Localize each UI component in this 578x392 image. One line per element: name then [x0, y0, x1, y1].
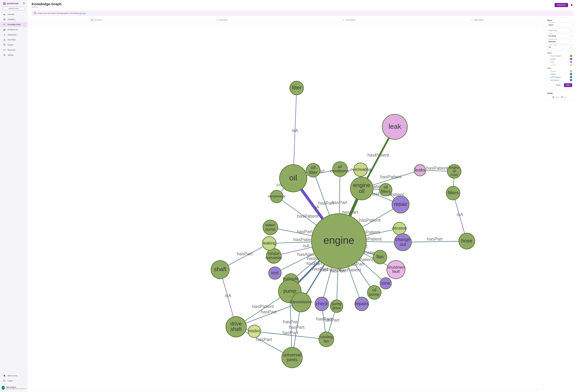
aggregate-select[interactable] — [547, 40, 572, 43]
graph-edge-label: hasPart — [261, 309, 277, 314]
annotate-button[interactable]: ANNOTATE — [555, 3, 568, 7]
graph-type-select[interactable] — [547, 28, 572, 32]
tree-item-state[interactable]: ›State✓ — [547, 60, 572, 63]
graph-node-misfire[interactable]: misfire — [248, 325, 261, 338]
graph-node-leaks[interactable]: leaks — [414, 165, 426, 176]
graph-node-leaking[interactable]: leaking — [262, 237, 276, 250]
graph-edge-label: hasPatient — [297, 213, 319, 219]
quality-select[interactable] — [547, 34, 572, 38]
graph-type-group[interactable]: ▼ — [547, 28, 572, 32]
graph-node-torque[interactable]: torqueconverter — [265, 248, 282, 263]
tree-item-hasparticipant[interactable]: ›hasParticipant✓ — [547, 76, 572, 79]
graph-node-shaft[interactable]: shaft — [211, 260, 229, 279]
svg-point-30 — [373, 250, 387, 264]
tree-item-contains[interactable]: contains✓ — [547, 70, 572, 73]
svg-point-37 — [330, 300, 343, 313]
info-link[interactable]: click here. — [79, 12, 86, 14]
graph-node-oil_filter[interactable]: oilfilter — [306, 163, 320, 177]
svg-point-50 — [291, 293, 311, 312]
graph-node-fan[interactable]: fan — [373, 250, 387, 264]
orphans-group[interactable]: Include Orphans ▼ — [547, 45, 572, 51]
tree-item-physicalobject[interactable]: ›PhysicalObject✓ — [547, 54, 572, 57]
links-count: 45 — [561, 96, 563, 98]
sidebar-item-knowledge-graph[interactable]: Knowledge Graph — [0, 22, 27, 27]
graph-node-leak[interactable]: leak — [382, 114, 407, 139]
sidebar-header: QuickGraph — [0, 0, 27, 6]
username: tyler-research — [6, 386, 26, 388]
tree-item-hasproperty[interactable]: hasProperty✓ — [547, 79, 572, 82]
graph-node-repair[interactable]: repair — [392, 196, 409, 213]
collapse-sidebar-icon[interactable] — [23, 2, 25, 4]
apply-button[interactable]: APPLY — [564, 83, 572, 87]
aggregate-group[interactable]: Aggregate Graph ▼ — [547, 39, 572, 44]
checkbox-checked-icon[interactable]: ✓ — [570, 55, 572, 57]
svg-point-48 — [282, 347, 302, 368]
orphans-select[interactable] — [547, 45, 572, 49]
graph-node-engine[interactable]: engine — [311, 214, 366, 268]
graph-node-oil_filters[interactable]: oilfilters — [379, 183, 392, 196]
notifications-button[interactable] — [570, 3, 574, 7]
graph-node-filter[interactable]: filter — [290, 81, 304, 95]
sidebar-item-settings[interactable]: Settings — [0, 52, 27, 58]
sidebar-item-downloads[interactable]: Downloads — [0, 37, 27, 42]
sidebar-item-resources[interactable]: Resources — [0, 48, 27, 52]
graph-node-universal[interactable]: universaljoints — [282, 347, 302, 368]
graph-node-test[interactable]: test — [269, 267, 281, 279]
checkbox-checked-icon[interactable]: ✓ — [570, 64, 572, 66]
graph-node-engine_oil[interactable]: engineoil — [350, 177, 373, 200]
tree-item-process[interactable]: ›Process✓ — [547, 63, 572, 66]
sidebar-item-return-home[interactable]: Return Home — [0, 373, 27, 378]
tree-item-haspart[interactable]: hasPart✓ — [547, 73, 572, 76]
graph-node-eoh[interactable]: engineoilhose — [447, 165, 461, 178]
graph-canvas[interactable]: isAhasParthasPatientisAisAhasParthasPati… — [32, 24, 543, 390]
graph-node-shutdown[interactable]: shutdownfault — [387, 260, 405, 279]
dashed-line-icon — [470, 20, 473, 20]
graph-node-tune[interactable]: tune — [380, 278, 391, 289]
graph-node-overheating[interactable]: overheating — [350, 163, 371, 177]
nav-bottom: Return HomeLogout — [0, 373, 27, 383]
graph-node-oil[interactable]: oil — [280, 165, 307, 192]
sidebar-item-label: Overview — [8, 13, 14, 15]
sidebar-item-overview[interactable]: Overview — [0, 12, 27, 17]
graph-node-change_out[interactable]: changeout — [394, 234, 411, 251]
checkbox-checked-icon[interactable]: ✓ — [570, 58, 572, 60]
legend-weak-entity: Weak Entity — [217, 19, 227, 21]
checkbox-checked-icon[interactable]: ✓ — [570, 79, 572, 81]
svg-point-15 — [311, 214, 366, 268]
checkbox-checked-icon[interactable]: ✓ — [570, 73, 572, 75]
graph-node-pump_drive[interactable]: pumpdrive — [330, 300, 343, 313]
entity-search-input[interactable] — [547, 23, 572, 27]
svg-point-42 — [270, 190, 283, 203]
graph-node-drive_shaft[interactable]: driveshaft — [226, 316, 246, 337]
chevron-right-icon: › — [548, 64, 549, 66]
sidebar-item-annotators-2-[interactable]: Annotators (2) — [0, 27, 27, 32]
sidebar-item-dataset[interactable]: Dataset — [0, 42, 27, 48]
graph-node-water_pump[interactable]: waterpump — [263, 220, 278, 235]
checkbox-checked-icon[interactable]: ✓ — [570, 61, 572, 63]
quality-group[interactable]: Quality ▼ — [547, 34, 572, 38]
graph-node-check[interactable]: check — [315, 297, 329, 311]
legend-silver-relation: Silver Relation — [342, 19, 356, 21]
reset-button[interactable]: RESET — [554, 83, 563, 87]
sidebar-item-adjudication[interactable]: Adjudication — [0, 32, 27, 37]
list-icon — [3, 18, 5, 21]
graph-node-cooling_fan[interactable]: coolingfan — [319, 332, 334, 347]
tree-item-label: contains — [550, 70, 556, 72]
graph-node-hose[interactable]: hose — [459, 233, 475, 249]
tree-item-activity[interactable]: ›Activity✓ — [547, 57, 572, 60]
svg-point-46 — [248, 325, 261, 338]
graph-node-filters[interactable]: filters — [446, 186, 460, 200]
project-chip[interactable]: MaintIE Project — [2, 7, 25, 10]
sidebar-item-label: Resources — [8, 49, 15, 51]
graph-node-vibration[interactable]: vibration — [392, 222, 407, 235]
sidebar-item-guidelines[interactable]: Guidelines — [0, 17, 27, 22]
checkbox-checked-icon[interactable]: ✓ — [570, 76, 572, 78]
graph-node-air_cond[interactable]: airconditioner — [330, 162, 350, 176]
checkbox-checked-icon[interactable]: ✓ — [570, 70, 572, 72]
graph-edge-label: hasPart — [297, 229, 312, 234]
graph-node-oil_pump[interactable]: oilpump — [367, 286, 381, 299]
sidebar-item-logout[interactable]: Logout — [0, 378, 27, 383]
user-row[interactable]: t tyler-research tyler.bikaun@research.u… — [0, 384, 27, 392]
knowledge-graph-svg[interactable]: isAhasParthasPatientisAisAhasParthasPati… — [32, 24, 543, 390]
graph-node-repairs[interactable]: repairs — [355, 297, 369, 311]
